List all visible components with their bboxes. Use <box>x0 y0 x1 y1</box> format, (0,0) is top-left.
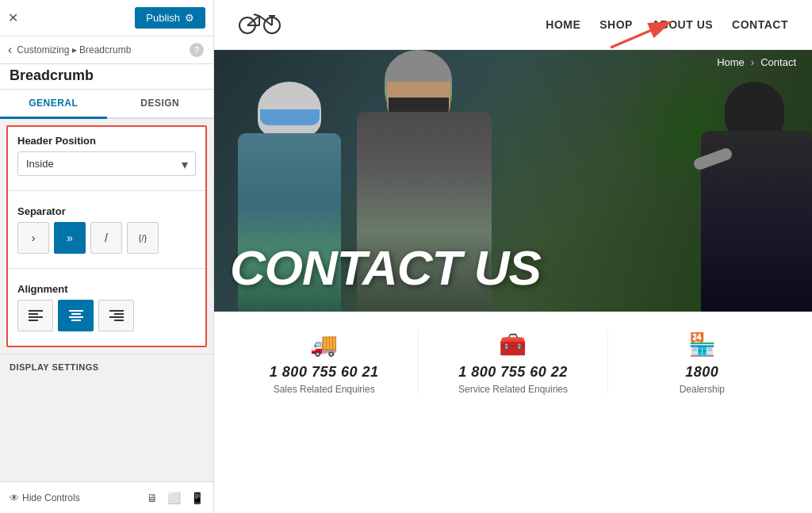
top-bar: ✕ Publish ⚙ <box>0 0 213 36</box>
site-logo <box>238 8 282 41</box>
info-label-dealership: Dealership <box>616 384 788 395</box>
breadcrumb-separator: › <box>751 56 754 68</box>
separator-slash-button[interactable]: / <box>90 222 122 254</box>
help-icon[interactable]: ? <box>190 43 204 57</box>
toolbox-icon: 🧰 <box>427 331 599 358</box>
align-left-button[interactable] <box>17 300 53 331</box>
alignment-label: Alignment <box>17 283 196 295</box>
hero-section: Home › Contact <box>214 50 812 312</box>
nav-item-contact[interactable]: CONTACT <box>732 18 788 31</box>
info-card-sales: 🚚 1 800 755 60 21 Sales Related Enquirie… <box>230 331 419 395</box>
info-card-dealership: 🏪 1800 Dealership <box>608 331 796 395</box>
align-right-icon <box>109 310 124 321</box>
svg-rect-0 <box>29 310 43 312</box>
red-arrow-icon <box>603 16 682 56</box>
info-label-service: Service Related Enquiries <box>427 384 599 395</box>
tabs-container: GENERAL DESIGN <box>0 90 213 119</box>
display-settings-section: DISPLAY SETTINGS <box>0 354 213 380</box>
store-icon: 🏪 <box>616 331 788 358</box>
general-settings-section: Header Position Inside Outside Custom Se… <box>6 125 207 347</box>
alignment-buttons-group <box>17 300 196 331</box>
separator-chevron-button[interactable]: › <box>17 222 49 254</box>
cyclist-right-helmet <box>725 82 784 137</box>
align-center-button[interactable] <box>58 300 94 331</box>
page-title: Breadcrumb <box>0 64 213 89</box>
publish-label: Publish <box>146 12 180 24</box>
info-section: 🚚 1 800 755 60 21 Sales Related Enquirie… <box>214 312 812 407</box>
device-icons-group: 🖥 ⬜ 📱 <box>147 492 204 504</box>
info-phone-service: 1 800 755 60 22 <box>427 364 599 381</box>
align-right-button[interactable] <box>98 300 134 331</box>
svg-rect-3 <box>29 320 38 321</box>
svg-rect-9 <box>114 313 124 315</box>
separator-buttons-group: › » / {/} <box>17 222 196 254</box>
truck-icon: 🚚 <box>238 331 410 358</box>
separator-section: Separator › » / {/} <box>8 197 205 262</box>
svg-rect-6 <box>69 316 83 318</box>
svg-rect-7 <box>71 320 81 321</box>
left-panel: ✕ Publish ⚙ ‹ Customizing ▸ Breadcrumb ?… <box>0 0 214 513</box>
display-settings-label: DISPLAY SETTINGS <box>10 362 99 372</box>
cyclist-left-visor <box>260 109 320 125</box>
gear-icon: ⚙ <box>185 12 194 24</box>
mobile-icon[interactable]: 📱 <box>190 492 204 504</box>
bottom-bar: 👁 Hide Controls 🖥 ⬜ 📱 <box>0 481 213 513</box>
info-phone-dealership: 1800 <box>616 364 788 381</box>
tablet-icon[interactable]: ⬜ <box>167 492 181 504</box>
svg-rect-5 <box>71 313 81 315</box>
header-position-section: Header Position Inside Outside Custom <box>8 127 205 184</box>
svg-rect-4 <box>69 310 83 312</box>
hero-breadcrumb-contact: Contact <box>760 56 796 68</box>
right-panel: HOME SHOP ABOUT US CONTACT Home › Contac… <box>214 0 812 513</box>
cyclist-right <box>701 74 812 312</box>
align-left-icon <box>29 310 43 321</box>
info-card-service: 🧰 1 800 755 60 22 Service Related Enquir… <box>419 331 607 395</box>
header-position-select-wrapper: Inside Outside Custom <box>17 151 196 176</box>
svg-rect-2 <box>29 316 43 318</box>
close-icon: ✕ <box>8 11 18 25</box>
tab-general[interactable]: GENERAL <box>0 90 107 119</box>
hero-breadcrumb: Home › Contact <box>717 56 796 68</box>
publish-button[interactable]: Publish ⚙ <box>135 7 205 29</box>
bicycle-logo-icon <box>238 8 282 36</box>
svg-rect-1 <box>29 313 38 315</box>
close-button[interactable]: ✕ <box>8 10 18 25</box>
tab-design[interactable]: DESIGN <box>107 90 214 119</box>
header-position-select[interactable]: Inside Outside Custom <box>17 151 196 176</box>
breadcrumb-path: Customizing ▸ Breadcrumb <box>17 44 131 56</box>
svg-line-18 <box>254 14 259 16</box>
alignment-section: Alignment <box>8 275 205 339</box>
header-position-label: Header Position <box>17 135 196 147</box>
hero-breadcrumb-home: Home <box>717 56 745 68</box>
hide-controls-button[interactable]: 👁 Hide Controls <box>10 492 80 503</box>
svg-rect-10 <box>109 316 124 318</box>
separator-label: Separator <box>17 205 196 217</box>
desktop-icon[interactable]: 🖥 <box>147 492 158 504</box>
svg-line-22 <box>611 22 670 48</box>
nav-item-home[interactable]: HOME <box>546 18 580 31</box>
svg-rect-8 <box>109 310 124 312</box>
info-label-sales: Sales Related Enquiries <box>238 384 410 395</box>
svg-rect-11 <box>114 320 124 321</box>
eye-icon: 👁 <box>10 492 19 503</box>
info-phone-sales: 1 800 755 60 21 <box>238 364 410 381</box>
separator-bracket-button[interactable]: {/} <box>127 222 159 254</box>
separator-double-chevron-button[interactable]: » <box>54 222 86 254</box>
hide-controls-label: Hide Controls <box>22 492 80 503</box>
align-center-icon <box>69 310 83 321</box>
breadcrumb-bar: ‹ Customizing ▸ Breadcrumb ? <box>0 36 213 64</box>
back-button[interactable]: ‹ <box>8 43 12 57</box>
site-header: HOME SHOP ABOUT US CONTACT <box>214 0 812 50</box>
hero-title: CONTACT US <box>230 239 541 296</box>
arrow-pointer <box>603 16 682 59</box>
